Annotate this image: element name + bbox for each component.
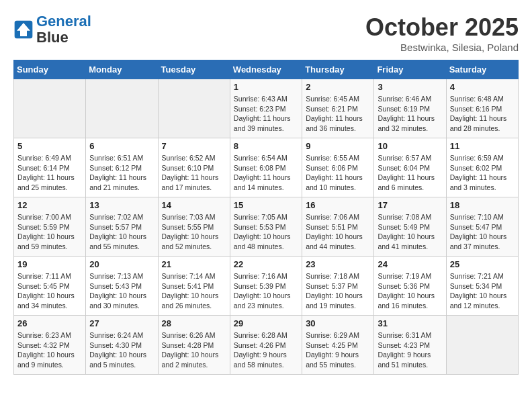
calendar-week: 1Sunrise: 6:43 AM Sunset: 6:23 PM Daylig… bbox=[14, 79, 519, 138]
calendar-cell: 31Sunrise: 6:31 AM Sunset: 4:23 PM Dayli… bbox=[374, 316, 446, 375]
day-info: Sunrise: 6:51 AM Sunset: 6:12 PM Dayligh… bbox=[89, 153, 154, 193]
day-number: 19 bbox=[17, 259, 82, 269]
header-day: Tuesday bbox=[158, 60, 230, 79]
day-info: Sunrise: 7:03 AM Sunset: 5:55 PM Dayligh… bbox=[162, 212, 226, 252]
header-row: SundayMondayTuesdayWednesdayThursdayFrid… bbox=[14, 60, 519, 79]
day-info: Sunrise: 6:43 AM Sunset: 6:23 PM Dayligh… bbox=[234, 94, 298, 134]
day-number: 10 bbox=[378, 141, 442, 151]
day-info: Sunrise: 6:29 AM Sunset: 4:25 PM Dayligh… bbox=[306, 330, 370, 370]
header-day: Thursday bbox=[302, 60, 374, 79]
day-number: 20 bbox=[89, 259, 154, 269]
location: Bestwinka, Silesia, Poland bbox=[365, 42, 519, 53]
day-number: 30 bbox=[306, 318, 370, 328]
day-number: 23 bbox=[306, 259, 370, 269]
page-header: General Blue October 2025 Bestwinka, Sil… bbox=[13, 13, 519, 53]
day-info: Sunrise: 6:55 AM Sunset: 6:06 PM Dayligh… bbox=[306, 153, 370, 193]
calendar-week: 12Sunrise: 7:00 AM Sunset: 5:59 PM Dayli… bbox=[14, 197, 519, 257]
day-info: Sunrise: 6:26 AM Sunset: 4:28 PM Dayligh… bbox=[162, 330, 226, 370]
header-day: Saturday bbox=[446, 60, 518, 79]
header-day: Monday bbox=[86, 60, 158, 79]
header-day: Wednesday bbox=[230, 60, 302, 79]
day-info: Sunrise: 6:23 AM Sunset: 4:32 PM Dayligh… bbox=[17, 330, 82, 370]
day-number: 18 bbox=[450, 200, 515, 210]
day-info: Sunrise: 7:18 AM Sunset: 5:37 PM Dayligh… bbox=[306, 271, 370, 311]
day-info: Sunrise: 6:28 AM Sunset: 4:26 PM Dayligh… bbox=[234, 330, 298, 370]
calendar-week: 26Sunrise: 6:23 AM Sunset: 4:32 PM Dayli… bbox=[14, 316, 519, 375]
day-info: Sunrise: 6:24 AM Sunset: 4:30 PM Dayligh… bbox=[89, 330, 154, 370]
day-number: 31 bbox=[378, 318, 442, 328]
calendar-cell bbox=[86, 79, 158, 138]
day-info: Sunrise: 7:19 AM Sunset: 5:36 PM Dayligh… bbox=[378, 271, 442, 311]
day-number: 14 bbox=[162, 200, 226, 210]
day-info: Sunrise: 6:46 AM Sunset: 6:19 PM Dayligh… bbox=[378, 94, 442, 134]
day-info: Sunrise: 7:11 AM Sunset: 5:45 PM Dayligh… bbox=[17, 271, 82, 311]
calendar-cell: 18Sunrise: 7:10 AM Sunset: 5:47 PM Dayli… bbox=[446, 197, 518, 257]
logo: General Blue bbox=[13, 13, 91, 46]
day-info: Sunrise: 7:13 AM Sunset: 5:43 PM Dayligh… bbox=[89, 271, 154, 311]
calendar-cell: 12Sunrise: 7:00 AM Sunset: 5:59 PM Dayli… bbox=[14, 197, 86, 257]
calendar-cell: 9Sunrise: 6:55 AM Sunset: 6:06 PM Daylig… bbox=[302, 138, 374, 197]
day-info: Sunrise: 7:16 AM Sunset: 5:39 PM Dayligh… bbox=[234, 271, 298, 311]
day-number: 21 bbox=[162, 259, 226, 269]
day-info: Sunrise: 7:10 AM Sunset: 5:47 PM Dayligh… bbox=[450, 212, 515, 252]
day-number: 29 bbox=[234, 318, 298, 328]
day-number: 1 bbox=[234, 82, 298, 92]
calendar-cell: 13Sunrise: 7:02 AM Sunset: 5:57 PM Dayli… bbox=[86, 197, 158, 257]
calendar-cell: 15Sunrise: 7:05 AM Sunset: 5:53 PM Dayli… bbox=[230, 197, 302, 257]
calendar-cell: 27Sunrise: 6:24 AM Sunset: 4:30 PM Dayli… bbox=[86, 316, 158, 375]
title-block: October 2025 Bestwinka, Silesia, Poland bbox=[365, 13, 519, 53]
calendar-cell: 25Sunrise: 7:21 AM Sunset: 5:34 PM Dayli… bbox=[446, 257, 518, 316]
calendar-cell: 30Sunrise: 6:29 AM Sunset: 4:25 PM Dayli… bbox=[302, 316, 374, 375]
calendar-cell: 16Sunrise: 7:06 AM Sunset: 5:51 PM Dayli… bbox=[302, 197, 374, 257]
day-number: 16 bbox=[306, 200, 370, 210]
calendar-cell: 3Sunrise: 6:46 AM Sunset: 6:19 PM Daylig… bbox=[374, 79, 446, 138]
calendar-table: SundayMondayTuesdayWednesdayThursdayFrid… bbox=[13, 60, 519, 375]
day-info: Sunrise: 6:48 AM Sunset: 6:16 PM Dayligh… bbox=[450, 94, 515, 134]
logo-line2: Blue bbox=[36, 30, 91, 46]
day-number: 7 bbox=[162, 141, 226, 151]
calendar-cell: 22Sunrise: 7:16 AM Sunset: 5:39 PM Dayli… bbox=[230, 257, 302, 316]
day-number: 15 bbox=[234, 200, 298, 210]
day-number: 9 bbox=[306, 141, 370, 151]
day-info: Sunrise: 6:59 AM Sunset: 6:02 PM Dayligh… bbox=[450, 153, 515, 193]
calendar-cell: 11Sunrise: 6:59 AM Sunset: 6:02 PM Dayli… bbox=[446, 138, 518, 197]
day-info: Sunrise: 6:31 AM Sunset: 4:23 PM Dayligh… bbox=[378, 330, 442, 370]
day-info: Sunrise: 6:52 AM Sunset: 6:10 PM Dayligh… bbox=[162, 153, 226, 193]
calendar-cell: 7Sunrise: 6:52 AM Sunset: 6:10 PM Daylig… bbox=[158, 138, 230, 197]
day-number: 11 bbox=[450, 141, 515, 151]
day-number: 28 bbox=[162, 318, 226, 328]
calendar-header: SundayMondayTuesdayWednesdayThursdayFrid… bbox=[14, 60, 519, 79]
month-title: October 2025 bbox=[365, 13, 519, 42]
day-number: 17 bbox=[378, 200, 442, 210]
calendar-cell: 4Sunrise: 6:48 AM Sunset: 6:16 PM Daylig… bbox=[446, 79, 518, 138]
calendar-cell: 10Sunrise: 6:57 AM Sunset: 6:04 PM Dayli… bbox=[374, 138, 446, 197]
calendar-week: 19Sunrise: 7:11 AM Sunset: 5:45 PM Dayli… bbox=[14, 257, 519, 316]
day-number: 5 bbox=[17, 141, 82, 151]
day-number: 26 bbox=[17, 318, 82, 328]
logo-line1: General bbox=[36, 13, 91, 30]
day-number: 6 bbox=[89, 141, 154, 151]
day-info: Sunrise: 7:02 AM Sunset: 5:57 PM Dayligh… bbox=[89, 212, 154, 252]
calendar-cell: 26Sunrise: 6:23 AM Sunset: 4:32 PM Dayli… bbox=[14, 316, 86, 375]
calendar-cell: 29Sunrise: 6:28 AM Sunset: 4:26 PM Dayli… bbox=[230, 316, 302, 375]
calendar-cell: 21Sunrise: 7:14 AM Sunset: 5:41 PM Dayli… bbox=[158, 257, 230, 316]
calendar-cell: 19Sunrise: 7:11 AM Sunset: 5:45 PM Dayli… bbox=[14, 257, 86, 316]
day-info: Sunrise: 6:45 AM Sunset: 6:21 PM Dayligh… bbox=[306, 94, 370, 134]
day-info: Sunrise: 7:21 AM Sunset: 5:34 PM Dayligh… bbox=[450, 271, 515, 311]
day-info: Sunrise: 7:05 AM Sunset: 5:53 PM Dayligh… bbox=[234, 212, 298, 252]
calendar-cell: 28Sunrise: 6:26 AM Sunset: 4:28 PM Dayli… bbox=[158, 316, 230, 375]
day-info: Sunrise: 7:00 AM Sunset: 5:59 PM Dayligh… bbox=[17, 212, 82, 252]
day-number: 22 bbox=[234, 259, 298, 269]
day-number: 12 bbox=[17, 200, 82, 210]
calendar-body: 1Sunrise: 6:43 AM Sunset: 6:23 PM Daylig… bbox=[14, 79, 519, 375]
calendar-cell: 5Sunrise: 6:49 AM Sunset: 6:14 PM Daylig… bbox=[14, 138, 86, 197]
day-info: Sunrise: 6:57 AM Sunset: 6:04 PM Dayligh… bbox=[378, 153, 442, 193]
calendar-cell: 14Sunrise: 7:03 AM Sunset: 5:55 PM Dayli… bbox=[158, 197, 230, 257]
day-info: Sunrise: 7:06 AM Sunset: 5:51 PM Dayligh… bbox=[306, 212, 370, 252]
calendar-cell bbox=[446, 316, 518, 375]
calendar-cell: 23Sunrise: 7:18 AM Sunset: 5:37 PM Dayli… bbox=[302, 257, 374, 316]
header-day: Sunday bbox=[14, 60, 86, 79]
calendar-cell: 24Sunrise: 7:19 AM Sunset: 5:36 PM Dayli… bbox=[374, 257, 446, 316]
day-info: Sunrise: 6:49 AM Sunset: 6:14 PM Dayligh… bbox=[17, 153, 82, 193]
day-number: 25 bbox=[450, 259, 515, 269]
